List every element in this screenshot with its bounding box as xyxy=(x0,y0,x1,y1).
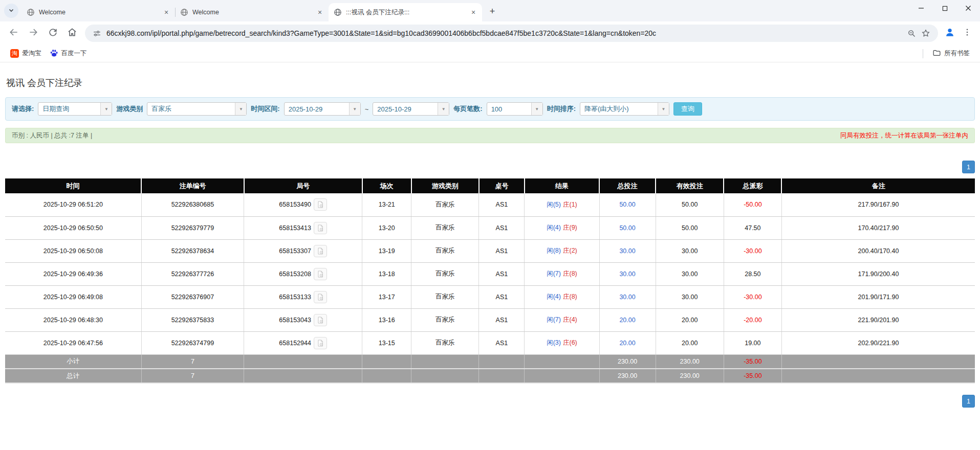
tab-welcome-2[interactable]: Welcome × xyxy=(175,3,329,21)
total-row: 总计 7 230.00 230.00 -35.00 xyxy=(5,369,975,383)
sort-label: 时间排序: xyxy=(547,104,576,114)
page-1-button[interactable]: 1 xyxy=(962,395,975,408)
cell-round-id: 658153490 xyxy=(244,193,362,216)
back-button[interactable] xyxy=(5,25,23,42)
cell-payout: 47.50 xyxy=(724,216,781,239)
cell-session: 13-16 xyxy=(362,308,411,331)
cell-total-bet[interactable]: 50.00 xyxy=(599,216,656,239)
table-row: 2025-10-29 06:47:56 522926374799 6581529… xyxy=(5,331,975,354)
cell-total-bet[interactable]: 50.00 xyxy=(599,193,656,216)
col-header-valid-bet: 有效投注 xyxy=(656,178,724,193)
folder-icon xyxy=(932,49,941,59)
cell-valid-bet: 50.00 xyxy=(656,216,724,239)
maximize-icon xyxy=(942,5,948,13)
table-header-row: 时间 注单编号 局号 场次 游戏类别 桌号 结果 总投注 有效投注 总派彩 备注 xyxy=(5,178,975,193)
cell-valid-bet: 30.00 xyxy=(656,239,724,262)
bookmarks-separator xyxy=(923,49,923,58)
cell-remark: 201.90/171.90 xyxy=(781,285,975,308)
cell-bet-id: 522926378634 xyxy=(141,239,244,262)
cell-payout: -30.00 xyxy=(724,239,781,262)
cell-time: 2025-10-29 06:51:20 xyxy=(5,193,141,216)
total-count: 7 xyxy=(141,369,244,383)
col-header-game: 游戏类别 xyxy=(411,178,479,193)
cell-total-bet[interactable]: 30.00 xyxy=(599,262,656,285)
close-icon[interactable]: × xyxy=(469,8,478,17)
cell-bet-id: 522926374799 xyxy=(141,331,244,354)
window-close-button[interactable] xyxy=(956,0,980,17)
video-replay-icon[interactable] xyxy=(314,314,327,326)
total-valid-bet: 230.00 xyxy=(656,369,724,383)
currency-summary-text: 币别 : 人民币 | 总共 :7 注单 | xyxy=(12,131,92,140)
forward-arrow-icon xyxy=(28,27,38,39)
window-minimize-button[interactable] xyxy=(909,0,933,17)
chevron-down-icon: ▼ xyxy=(438,103,449,115)
close-icon[interactable]: × xyxy=(162,8,171,17)
window-controls xyxy=(909,0,980,17)
all-bookmarks-button[interactable]: 所有书签 xyxy=(928,47,974,61)
profile-avatar[interactable] xyxy=(941,25,959,42)
cell-total-bet[interactable]: 30.00 xyxy=(599,239,656,262)
home-button[interactable] xyxy=(63,25,81,42)
video-replay-icon[interactable] xyxy=(314,291,327,303)
video-replay-icon[interactable] xyxy=(314,337,327,349)
cell-session: 13-15 xyxy=(362,331,411,354)
subtotal-payout: -35.00 xyxy=(724,354,781,369)
cell-valid-bet: 50.00 xyxy=(656,193,724,216)
table-row: 2025-10-29 06:48:30 522926375833 6581530… xyxy=(5,308,975,331)
reload-button[interactable] xyxy=(44,25,61,42)
page-title: 视讯 会员下注纪录 xyxy=(5,62,975,97)
cell-total-bet[interactable]: 20.00 xyxy=(599,308,656,331)
tab-welcome-1[interactable]: Welcome × xyxy=(21,3,175,21)
url-text[interactable]: 66cxkj98.com/ipl/portal.php/game/betreco… xyxy=(106,29,904,37)
person-icon xyxy=(944,27,955,40)
zoom-icon[interactable] xyxy=(904,26,919,40)
cell-game: 百家乐 xyxy=(411,308,479,331)
date-from-dropdown[interactable]: 2025-10-29 ▼ xyxy=(284,102,361,116)
col-header-result: 结果 xyxy=(525,178,599,193)
home-icon xyxy=(67,27,77,39)
browser-menu-button[interactable] xyxy=(959,25,976,42)
page-size-value: 100 xyxy=(487,103,531,115)
cell-round-id: 658153208 xyxy=(244,262,362,285)
subtotal-valid-bet: 230.00 xyxy=(656,354,724,369)
search-button[interactable]: 查询 xyxy=(673,102,702,116)
page-1-button[interactable]: 1 xyxy=(962,161,975,173)
window-maximize-button[interactable] xyxy=(933,0,956,17)
query-type-dropdown[interactable]: 日期查询 ▼ xyxy=(38,102,112,116)
page-size-dropdown[interactable]: 100 ▼ xyxy=(487,102,543,116)
video-replay-icon[interactable] xyxy=(314,198,327,211)
cell-remark: 171.90/200.40 xyxy=(781,262,975,285)
bookmark-baidu[interactable]: 百度一下 xyxy=(46,47,91,61)
new-tab-button[interactable]: + xyxy=(485,4,499,18)
tab-bet-records-active[interactable]: :::视讯 会员下注纪录::: × xyxy=(329,3,482,21)
video-replay-icon[interactable] xyxy=(314,222,327,234)
game-type-dropdown[interactable]: 百家乐 ▼ xyxy=(147,102,247,116)
bookmark-taobao[interactable]: 淘 爱淘宝 xyxy=(6,47,46,60)
pagination-top: 1 xyxy=(5,161,975,173)
cell-total-bet[interactable]: 20.00 xyxy=(599,331,656,354)
video-replay-icon[interactable] xyxy=(314,245,327,257)
cell-total-bet[interactable]: 30.00 xyxy=(599,285,656,308)
date-to-dropdown[interactable]: 2025-10-29 ▼ xyxy=(373,102,449,116)
table-row: 2025-10-29 06:50:50 522926379779 6581534… xyxy=(5,216,975,239)
forward-button[interactable] xyxy=(25,25,42,42)
select-type-label: 请选择: xyxy=(12,104,34,114)
chevron-down-icon: ▼ xyxy=(235,103,246,115)
bet-records-table: 时间 注单编号 局号 场次 游戏类别 桌号 结果 总投注 有效投注 总派彩 备注… xyxy=(5,178,975,384)
col-header-payout: 总派彩 xyxy=(724,178,781,193)
video-replay-icon[interactable] xyxy=(314,268,327,280)
bookmark-label: 爱淘宝 xyxy=(22,49,41,58)
cell-time: 2025-10-29 06:49:36 xyxy=(5,262,141,285)
bookmark-star-icon[interactable] xyxy=(919,26,933,40)
summary-bar: 币别 : 人民币 | 总共 :7 注单 | 同局有效投注，统一计算在该局第一张注… xyxy=(5,128,975,143)
cell-remark: 202.90/221.90 xyxy=(781,331,975,354)
address-bar[interactable]: 66cxkj98.com/ipl/portal.php/game/betreco… xyxy=(85,25,938,42)
tab-search-button[interactable] xyxy=(4,4,18,18)
cell-payout: -20.00 xyxy=(724,308,781,331)
table-row: 2025-10-29 06:50:08 522926378634 6581533… xyxy=(5,239,975,262)
subtotal-count: 7 xyxy=(141,354,244,369)
sort-dropdown[interactable]: 降幂(由大到小) ▼ xyxy=(580,102,669,116)
col-header-round-id: 局号 xyxy=(244,178,362,193)
site-info-icon[interactable] xyxy=(90,27,103,40)
close-icon[interactable]: × xyxy=(315,8,324,17)
